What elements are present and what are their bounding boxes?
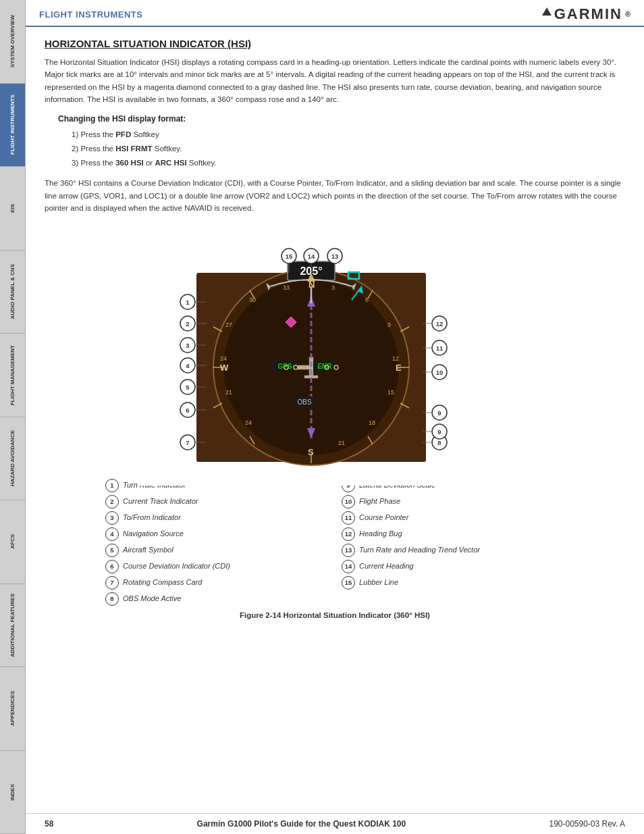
svg-text:6: 6: [365, 296, 369, 303]
legend-item-14: 14 Current Heading: [342, 560, 564, 573]
sidebar-item-flight-instruments[interactable]: FLIGHT INSTRUMENTS: [0, 84, 25, 167]
sidebar: SYSTEM OVERVIEW FLIGHT INSTRUMENTS EIS A…: [0, 0, 26, 834]
sidebar-label-hazard-avoidance: HAZARD AVOIDANCE: [9, 427, 16, 489]
garmin-triangle-icon: [542, 7, 552, 16]
page-number: 58: [45, 819, 53, 829]
svg-text:15: 15: [387, 389, 394, 396]
steps-list: 1) Press the PFD Softkey 2) Press the HS…: [72, 129, 625, 170]
svg-text:9: 9: [437, 428, 441, 436]
svg-text:OBS: OBS: [297, 398, 311, 406]
svg-text:3: 3: [186, 342, 189, 349]
sidebar-item-hazard-avoidance[interactable]: HAZARD AVOIDANCE: [0, 417, 25, 501]
section-heading: HORIZONTAL SITUATION INDICATOR (HSI): [45, 38, 625, 49]
svg-text:4: 4: [186, 362, 190, 369]
svg-text:9: 9: [387, 321, 391, 328]
svg-text:13: 13: [331, 253, 339, 260]
sidebar-label-flight-instruments: FLIGHT INSTRUMENTS: [9, 92, 16, 157]
legend-item-4: 4 Navigation Source: [105, 527, 328, 541]
legend-item-3: 3 To/From Indicator: [105, 511, 328, 525]
svg-text:33: 33: [283, 284, 290, 291]
hsi-diagram-svg: N S W E 3 6 9 12 15 18 21 33 30 27 24: [139, 222, 517, 486]
sidebar-label-additional-features: ADDITIONAL FEATURES: [9, 591, 16, 660]
svg-text:7: 7: [186, 439, 189, 446]
svg-text:14: 14: [308, 253, 315, 260]
sidebar-label-system-overview: SYSTEM OVERVIEW: [9, 12, 16, 70]
legend-item-11: 11 Course Pointer: [342, 511, 564, 525]
page-section-title: FLIGHT INSTRUMENTS: [39, 9, 142, 20]
svg-text:S: S: [308, 447, 314, 457]
sidebar-label-audio-panel: AUDIO PANEL & CNS: [9, 261, 16, 322]
svg-text:24: 24: [220, 355, 227, 362]
main-content: FLIGHT INSTRUMENTS GARMIN ® HORIZONTAL S…: [26, 0, 644, 834]
svg-text:9: 9: [437, 409, 441, 417]
svg-text:24: 24: [245, 419, 252, 426]
sidebar-item-afcs[interactable]: AFCS: [0, 500, 25, 584]
legend-left-col: 1 Turn Rate Indicator 2 Current Track In…: [105, 479, 328, 606]
legend-item-7: 7 Rotating Compass Card: [105, 576, 328, 590]
svg-text:5: 5: [186, 384, 190, 391]
svg-text:6: 6: [186, 407, 189, 414]
legend-item-8: 8 OBS Mode Active: [105, 592, 328, 606]
footer-document-title: Garmin G1000 Pilot's Guide for the Quest…: [197, 819, 406, 829]
svg-text:12: 12: [436, 320, 444, 328]
step-2: 2) Press the HSI FRMT Softkey.: [72, 143, 625, 155]
sidebar-item-system-overview[interactable]: SYSTEM OVERVIEW: [0, 0, 25, 84]
registered-mark: ®: [625, 10, 630, 18]
sidebar-item-additional-features[interactable]: ADDITIONAL FEATURES: [0, 584, 25, 668]
svg-text:21: 21: [225, 389, 232, 396]
svg-text:3: 3: [331, 284, 335, 291]
svg-text:10: 10: [436, 369, 444, 376]
sidebar-label-afcs: AFCS: [9, 531, 16, 552]
svg-text:1: 1: [186, 298, 190, 306]
page-content: HORIZONTAL SITUATION INDICATOR (HSI) The…: [26, 27, 644, 813]
legend-item-10: 10 Flight Phase: [342, 495, 564, 509]
figure-caption: Figure 2-14 Horizontal Situation Indicat…: [240, 611, 430, 619]
footer-part-number: 190-00590-03 Rev. A: [549, 819, 625, 829]
step-3: 3) Press the 360 HSI or ARC HSI Softkey.: [72, 157, 625, 169]
page-footer: 58 Garmin G1000 Pilot's Guide for the Qu…: [26, 813, 644, 834]
legend-item-2: 2 Current Track Indicator: [105, 495, 328, 509]
legend-item-12: 12 Heading Bug: [342, 527, 564, 541]
body-paragraph-2: The 360° HSI contains a Course Deviation…: [45, 177, 625, 214]
legend-item-6: 6 Course Deviation Indicator (CDI): [105, 560, 328, 573]
svg-text:W: W: [220, 363, 229, 373]
hsi-diagram-wrapper: N S W E 3 6 9 12 15 18 21 33 30 27 24: [139, 222, 531, 479]
step-1: 1) Press the PFD Softkey: [72, 129, 625, 140]
svg-text:30: 30: [249, 296, 256, 303]
hsi-figure: N S W E 3 6 9 12 15 18 21 33 30 27 24: [45, 222, 625, 619]
page-header: FLIGHT INSTRUMENTS GARMIN ®: [26, 0, 644, 27]
svg-text:2: 2: [186, 320, 189, 328]
svg-text:E: E: [396, 363, 402, 373]
legend-container: 1 Turn Rate Indicator 2 Current Track In…: [105, 479, 564, 606]
legend-item-13: 13 Turn Rate and Heading Trend Vector: [342, 544, 564, 557]
svg-text:11: 11: [436, 344, 444, 352]
legend-item-5: 5 Aircraft Symbol: [105, 544, 328, 557]
sidebar-item-index[interactable]: INDEX: [0, 751, 25, 835]
legend-item-15: 15 Lubber Line: [342, 576, 564, 590]
legend-right-col: 9 Lateral Deviation Scale 10 Flight Phas…: [342, 479, 564, 606]
sidebar-item-eis[interactable]: EIS: [0, 167, 25, 251]
svg-text:12: 12: [392, 355, 399, 362]
svg-text:15: 15: [286, 253, 293, 260]
sidebar-item-audio-panel[interactable]: AUDIO PANEL & CNS: [0, 251, 25, 334]
svg-text:21: 21: [338, 440, 345, 446]
garmin-logo-text: GARMIN: [554, 5, 622, 23]
garmin-logo: GARMIN ®: [541, 5, 630, 23]
intro-paragraph: The Horizontal Situation Indicator (HSI)…: [45, 56, 625, 106]
sidebar-label-index: INDEX: [9, 781, 16, 803]
svg-text:27: 27: [225, 321, 232, 328]
sidebar-label-flight-management: FLIGHT MANAGEMENT: [9, 342, 16, 408]
sidebar-label-appendices: APPENDICES: [9, 688, 16, 729]
subsection-heading: Changing the HSI display format:: [58, 114, 625, 124]
sidebar-item-flight-management[interactable]: FLIGHT MANAGEMENT: [0, 334, 25, 417]
svg-text:8: 8: [437, 439, 441, 446]
sidebar-label-eis: EIS: [9, 201, 16, 215]
sidebar-item-appendices[interactable]: APPENDICES: [0, 667, 25, 751]
svg-text:18: 18: [369, 419, 375, 426]
